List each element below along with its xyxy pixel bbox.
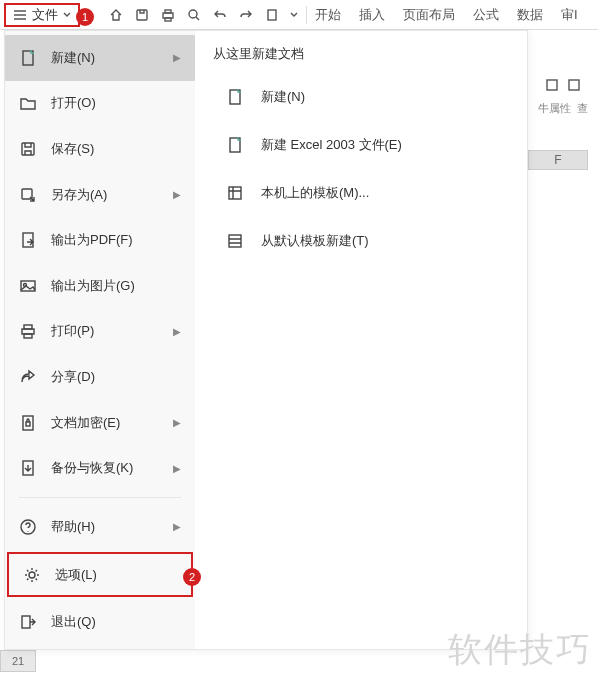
label: 新建(N) xyxy=(51,49,95,67)
col-header-f[interactable]: F xyxy=(528,150,588,170)
save-icon[interactable] xyxy=(134,7,150,23)
menu-item-options[interactable]: 选项(L) 2 xyxy=(7,552,193,598)
menu-item-exportimg[interactable]: 输出为图片(G) xyxy=(5,263,195,309)
svg-rect-9 xyxy=(22,143,34,155)
menu-item-open[interactable]: 打开(O) xyxy=(5,81,195,127)
home-icon[interactable] xyxy=(108,7,124,23)
menu-item-exit[interactable]: 退出(Q) xyxy=(5,599,195,645)
tab-insert[interactable]: 插入 xyxy=(359,6,385,24)
label: 保存(S) xyxy=(51,140,94,158)
encrypt-icon xyxy=(19,414,37,432)
chevron-right-icon: ▶ xyxy=(173,52,181,63)
properties-icon[interactable] xyxy=(544,77,560,93)
svg-rect-16 xyxy=(24,334,32,338)
chevron-right-icon: ▶ xyxy=(173,463,181,474)
svg-rect-1 xyxy=(163,13,173,18)
quick-access xyxy=(108,7,298,23)
export-pdf-icon xyxy=(19,231,37,249)
ribbon-right: 牛属性 查 xyxy=(528,30,598,130)
file-new-icon xyxy=(19,49,37,67)
svg-rect-26 xyxy=(229,235,241,247)
label: 新建(N) xyxy=(261,88,305,106)
menu-item-help[interactable]: 帮助(H) ▶ xyxy=(5,504,195,550)
label: 从默认模板新建(T) xyxy=(261,232,369,250)
label: 另存为(A) xyxy=(51,186,107,204)
label: 退出(Q) xyxy=(51,613,96,631)
top-toolbar: 文件 1 开始 插入 页面布局 公式 数据 审I xyxy=(0,0,598,30)
exit-icon xyxy=(19,613,37,631)
submenu-list: 新建(N) 新建 Excel 2003 文件(E) 本机上的模板(M)... 从… xyxy=(205,77,517,261)
file-label: 文件 xyxy=(32,6,58,24)
preview-icon[interactable] xyxy=(186,7,202,23)
print-icon[interactable] xyxy=(160,7,176,23)
tab-data[interactable]: 数据 xyxy=(517,6,543,24)
row-header-21[interactable]: 21 xyxy=(0,650,36,672)
template-local-icon xyxy=(225,183,245,203)
svg-point-4 xyxy=(189,10,197,18)
svg-rect-3 xyxy=(165,18,171,21)
label: 新建 Excel 2003 文件(E) xyxy=(261,136,402,154)
tab-pagelayout[interactable]: 页面布局 xyxy=(403,6,455,24)
menu-item-saveas[interactable]: 另存为(A) ▶ xyxy=(5,172,195,218)
menu-item-exportpdf[interactable]: 输出为PDF(F) xyxy=(5,217,195,263)
menu-item-print[interactable]: 打印(P) ▶ xyxy=(5,309,195,355)
svg-rect-6 xyxy=(547,80,557,90)
svg-rect-14 xyxy=(22,329,34,334)
svg-rect-7 xyxy=(569,80,579,90)
menu-item-share[interactable]: 分享(D) xyxy=(5,354,195,400)
sub-new-excel2003[interactable]: 新建 Excel 2003 文件(E) xyxy=(205,125,517,165)
paste-icon[interactable] xyxy=(264,7,280,23)
menu-item-new[interactable]: 新建(N) ▶ xyxy=(5,35,195,81)
dropdown-icon[interactable] xyxy=(290,7,298,23)
export-image-icon xyxy=(19,277,37,295)
save-as-icon xyxy=(19,186,37,204)
annotation-badge-1: 1 xyxy=(76,8,94,26)
file-menu-button[interactable]: 文件 1 xyxy=(4,3,80,27)
share-icon xyxy=(19,368,37,386)
divider xyxy=(306,6,307,24)
find-icon[interactable] xyxy=(566,77,582,93)
svg-point-21 xyxy=(29,572,35,578)
menu-item-encrypt[interactable]: 文档加密(E) ▶ xyxy=(5,400,195,446)
chevron-right-icon: ▶ xyxy=(173,521,181,532)
save-icon xyxy=(19,140,37,158)
label: 输出为图片(G) xyxy=(51,277,135,295)
svg-rect-15 xyxy=(24,325,32,329)
folder-open-icon xyxy=(19,94,37,112)
label: 备份与恢复(K) xyxy=(51,459,133,477)
svg-rect-0 xyxy=(137,10,147,20)
redo-icon[interactable] xyxy=(238,7,254,23)
svg-rect-17 xyxy=(23,416,33,430)
backup-icon xyxy=(19,459,37,477)
sub-new-blank[interactable]: 新建(N) xyxy=(205,77,517,117)
ribbon-tabs: 开始 插入 页面布局 公式 数据 审I xyxy=(315,6,578,24)
annotation-badge-2: 2 xyxy=(183,568,201,586)
tab-review[interactable]: 审I xyxy=(561,6,578,24)
sub-local-template[interactable]: 本机上的模板(M)... xyxy=(205,173,517,213)
help-icon xyxy=(19,518,37,536)
tab-start[interactable]: 开始 xyxy=(315,6,341,24)
separator xyxy=(19,497,181,498)
undo-icon[interactable] xyxy=(212,7,228,23)
label: 本机上的模板(M)... xyxy=(261,184,369,202)
label: 输出为PDF(F) xyxy=(51,231,133,249)
tab-formula[interactable]: 公式 xyxy=(473,6,499,24)
print-icon xyxy=(19,322,37,340)
menu-item-save[interactable]: 保存(S) xyxy=(5,126,195,172)
sub-default-template[interactable]: 从默认模板新建(T) xyxy=(205,221,517,261)
svg-rect-5 xyxy=(268,10,276,20)
label: 选项(L) xyxy=(55,566,97,584)
props-label: 牛属性 xyxy=(538,101,571,116)
svg-rect-22 xyxy=(22,616,30,628)
file-menu-popup: 新建(N) ▶ 打开(O) 保存(S) 另存为(A) ▶ 输出为PDF(F) 输… xyxy=(4,30,528,650)
chevron-down-icon xyxy=(62,7,72,23)
menu-item-backup[interactable]: 备份与恢复(K) ▶ xyxy=(5,445,195,491)
menu-left-panel: 新建(N) ▶ 打开(O) 保存(S) 另存为(A) ▶ 输出为PDF(F) 输… xyxy=(5,31,195,649)
view-label: 查 xyxy=(577,101,588,116)
label: 打印(P) xyxy=(51,322,94,340)
svg-rect-2 xyxy=(165,10,171,13)
template-default-icon xyxy=(225,231,245,251)
file-xls-icon xyxy=(225,135,245,155)
menu-right-panel: 从这里新建文档 新建(N) 新建 Excel 2003 文件(E) 本机上的模板… xyxy=(195,31,527,649)
chevron-right-icon: ▶ xyxy=(173,326,181,337)
